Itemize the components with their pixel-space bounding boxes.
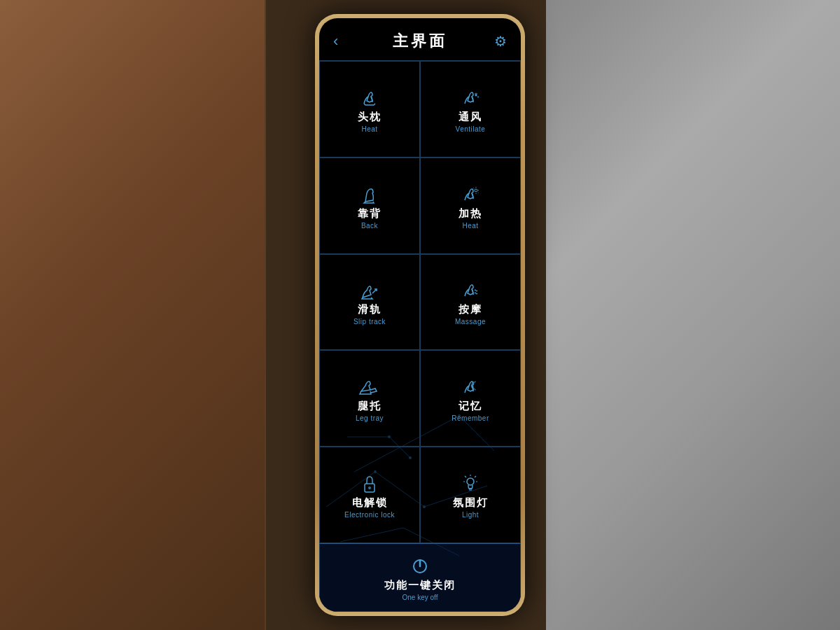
menu-item-headrest[interactable]: 头枕 Heat bbox=[319, 61, 420, 158]
menu-item-electronic-lock[interactable]: 电解锁 Electronic lock bbox=[319, 447, 420, 543]
settings-button[interactable]: ⚙ bbox=[494, 33, 507, 50]
slip-track-en-label: Slip track bbox=[354, 318, 386, 326]
headrest-en-label: Heat bbox=[361, 125, 377, 133]
menu-item-ventilate[interactable]: 通风 Ventilate bbox=[420, 61, 521, 158]
back-button[interactable]: ‹ bbox=[333, 32, 338, 50]
heat-en-label: Heat bbox=[462, 222, 478, 230]
ventilate-cn-label: 通风 bbox=[458, 111, 482, 124]
remember-en-label: Remember bbox=[451, 414, 489, 422]
menu-item-light[interactable]: 氛围灯 Light bbox=[420, 447, 521, 543]
massage-cn-label: 按摩 bbox=[458, 303, 482, 316]
one-key-off-en-label: One key off bbox=[402, 594, 438, 601]
ventilate-en-label: Ventilate bbox=[456, 125, 486, 133]
header: ‹ 主界面 ⚙ bbox=[319, 18, 521, 61]
background-left bbox=[0, 0, 266, 630]
leg-tray-icon bbox=[357, 374, 382, 400]
headrest-cn-label: 头枕 bbox=[358, 111, 382, 124]
menu-item-massage[interactable]: 按摩 Massage bbox=[420, 254, 521, 351]
power-icon bbox=[407, 554, 433, 579]
light-en-label: Light bbox=[462, 511, 479, 519]
device-frame: ‹ 主界面 ⚙ 头枕 Heat bbox=[315, 14, 525, 616]
heat-seat-icon bbox=[458, 182, 483, 207]
svg-line-21 bbox=[478, 192, 479, 192]
svg-point-14 bbox=[475, 94, 477, 96]
electronic-lock-en-label: Electronic lock bbox=[344, 511, 395, 519]
light-icon bbox=[458, 471, 483, 496]
svg-point-15 bbox=[475, 189, 477, 192]
slip-track-icon bbox=[357, 278, 382, 303]
svg-line-28 bbox=[475, 476, 476, 477]
menu-item-heat[interactable]: 加热 Heat bbox=[420, 158, 521, 254]
massage-en-label: Massage bbox=[455, 318, 486, 326]
leg-tray-en-label: Leg tray bbox=[356, 414, 384, 422]
lock-icon bbox=[357, 471, 382, 496]
leg-tray-cn-label: 腿托 bbox=[358, 400, 382, 413]
vent-seat-icon bbox=[458, 85, 483, 111]
menu-item-remember[interactable]: 记忆 Remember bbox=[420, 350, 521, 447]
massage-icon bbox=[458, 278, 483, 303]
heat-cn-label: 加热 bbox=[458, 207, 482, 220]
background-right bbox=[546, 0, 840, 630]
back-seat-icon bbox=[357, 182, 382, 207]
remember-cn-label: 记忆 bbox=[458, 400, 482, 413]
menu-grid: 头枕 Heat 通风 Ventilate bbox=[319, 61, 521, 543]
menu-item-one-key-off[interactable]: 功能一键关闭 One key off bbox=[319, 543, 521, 612]
svg-line-20 bbox=[474, 188, 475, 188]
electronic-lock-cn-label: 电解锁 bbox=[352, 496, 388, 510]
svg-point-23 bbox=[368, 486, 371, 489]
page-title: 主界面 bbox=[393, 31, 447, 52]
back-en-label: Back bbox=[361, 222, 378, 230]
menu-item-back[interactable]: 靠背 Back bbox=[319, 158, 420, 254]
screen: ‹ 主界面 ⚙ 头枕 Heat bbox=[319, 18, 521, 612]
menu-item-slip-track[interactable]: 滑轨 Slip track bbox=[319, 254, 420, 351]
remember-icon bbox=[458, 374, 483, 400]
svg-point-24 bbox=[467, 478, 474, 485]
one-key-off-cn-label: 功能一键关闭 bbox=[384, 579, 456, 592]
svg-line-30 bbox=[465, 476, 466, 477]
back-cn-label: 靠背 bbox=[358, 207, 382, 220]
light-cn-label: 氛围灯 bbox=[453, 496, 489, 510]
seat-icon bbox=[357, 85, 382, 111]
menu-item-leg-tray[interactable]: 腿托 Leg tray bbox=[319, 350, 420, 447]
slip-track-cn-label: 滑轨 bbox=[358, 303, 382, 316]
